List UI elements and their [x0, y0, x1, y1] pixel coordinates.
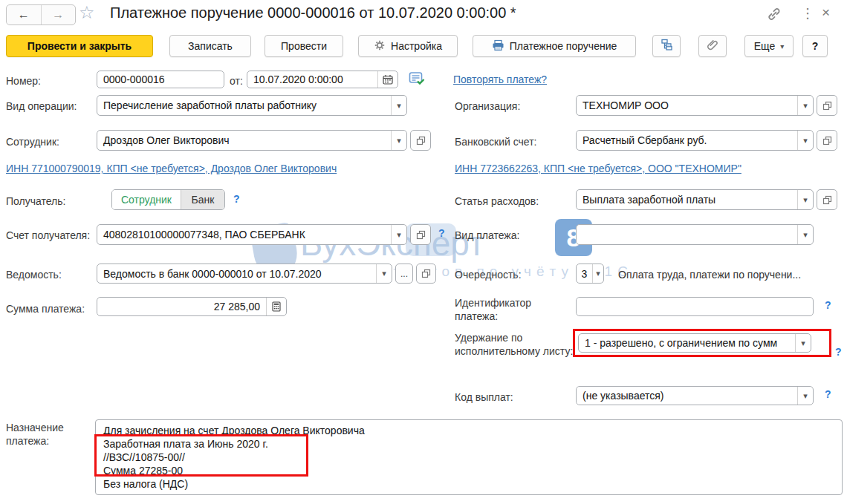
recipient-account-label: Счет получателя: [6, 229, 90, 242]
recipient-account-help-icon[interactable]: ? [438, 227, 445, 239]
repeat-payment-link[interactable]: Повторять платеж? [453, 73, 547, 85]
help-button[interactable]: ? [802, 35, 828, 57]
priority-value: 3 [577, 268, 592, 280]
purpose-line: Без налога (НДС) [103, 477, 834, 491]
employee-details-link[interactable]: ИНН 771000790019, КПП <не требуется>, Др… [6, 163, 337, 174]
recipient-account-value: 40802810100000077348, ПАО СБЕРБАНК [97, 229, 391, 240]
favorite-star-icon[interactable]: ☆ [79, 2, 95, 23]
purpose-line: Для зачисления на счет Дроздова Олега Ви… [103, 424, 834, 437]
amount-input[interactable]: 27 285,00 [97, 297, 287, 316]
back-arrow-icon[interactable]: ← [7, 5, 42, 24]
expense-item-label: Статья расходов: [455, 194, 539, 208]
organization-value: ТЕХНОМИР ООО [577, 99, 797, 111]
amount-label: Сумма платежа: [6, 302, 85, 315]
recipient-toggle: Сотрудник Банк [111, 189, 225, 210]
post-and-close-button[interactable]: Провести и закрыть [6, 35, 153, 57]
operation-type-select[interactable]: Перечисление заработной платы работнику … [97, 95, 407, 116]
organization-details-link[interactable]: ИНН 7723662263, КПП <не требуется>, ООО … [455, 163, 741, 174]
recipient-help-icon[interactable]: ? [233, 193, 240, 205]
more-actions-button[interactable]: Еще ▾ [744, 35, 794, 57]
number-label: Номер: [6, 74, 41, 88]
calculator-icon[interactable] [266, 298, 286, 315]
schedule-reminder-icon[interactable] [409, 71, 425, 88]
chevron-down-icon[interactable]: ▾ [391, 225, 406, 244]
payout-code-help-icon[interactable]: ? [825, 388, 831, 400]
priority-select[interactable]: 3 ▾ [576, 264, 604, 284]
post-button[interactable]: Провести [265, 35, 343, 57]
chevron-down-icon[interactable]: ▾ [797, 190, 813, 209]
organization-select[interactable]: ТЕХНОМИР ООО ▾ [576, 95, 814, 116]
employee-value: Дроздов Олег Викторович [97, 134, 391, 146]
forward-arrow-icon[interactable]: → [42, 5, 76, 24]
purpose-label: Назначение платежа: [6, 421, 88, 448]
chevron-down-icon[interactable]: ▾ [797, 131, 813, 150]
paperclip-icon [707, 39, 719, 53]
printer-icon [492, 39, 504, 53]
employee-open-button[interactable] [410, 130, 431, 151]
chevron-down-icon[interactable]: ▾ [592, 264, 603, 283]
recipient-label: Получатель: [6, 194, 65, 208]
purpose-line: Сумма 27285-00 [103, 464, 834, 477]
chevron-down-icon[interactable]: ▾ [391, 96, 406, 115]
writ-withholding-select[interactable]: 1 - разрешено, с ограничением по сумм ▾ [578, 333, 811, 353]
more-menu-dots-icon[interactable]: ⋮ [801, 5, 814, 22]
recipient-account-select[interactable]: 40802810100000077348, ПАО СБЕРБАНК ▾ [97, 224, 407, 245]
payout-code-select[interactable]: (не указывается) ▾ [576, 386, 814, 405]
writ-withholding-value: 1 - разрешено, с ограничением по сумм [579, 337, 795, 349]
chevron-down-icon[interactable]: ▾ [797, 96, 813, 115]
payment-order-window: БухЭксперт 8 база ответов по учёту в 1С … [0, 0, 847, 504]
statement-value: Ведомость в банк 0000-000010 от 10.07.20… [97, 268, 376, 280]
bank-account-open-button[interactable] [817, 130, 837, 151]
bank-account-value: Расчетный Сбербанк руб. [577, 134, 797, 146]
print-payment-order-label: Платежное поручение [510, 40, 617, 52]
operation-type-value: Перечисление заработной платы работнику [97, 99, 391, 111]
chevron-down-icon[interactable]: ▾ [797, 225, 813, 244]
payment-kind-label: Вид платежа: [455, 229, 519, 242]
statement-choose-button[interactable]: ... [395, 264, 413, 284]
statement-label: Ведомость: [6, 268, 62, 281]
chevron-down-icon: ▾ [780, 42, 784, 50]
statement-select[interactable]: Ведомость в банк 0000-000010 от 10.07.20… [97, 264, 392, 284]
statement-open-button[interactable] [416, 264, 436, 284]
payment-kind-select[interactable]: ▾ [576, 224, 814, 245]
organization-open-button[interactable] [817, 95, 837, 116]
purpose-line: Заработная плата за Июнь 2020 г. [103, 437, 834, 451]
payment-id-input[interactable] [576, 297, 814, 316]
payout-code-value: (не указывается) [577, 390, 797, 402]
chevron-down-icon[interactable]: ▾ [795, 334, 811, 352]
expense-item-value: Выплата заработной платы [577, 194, 797, 206]
settings-button-label: Настройка [391, 40, 442, 52]
bank-account-select[interactable]: Расчетный Сбербанк руб. ▾ [576, 130, 814, 151]
date-from-label: от: [230, 74, 243, 88]
employee-select[interactable]: Дроздов Олег Викторович ▾ [97, 130, 407, 151]
chevron-down-icon[interactable]: ▾ [391, 131, 406, 150]
print-payment-order-button[interactable]: Платежное поручение [473, 35, 636, 57]
calendar-icon[interactable] [377, 71, 397, 88]
recipient-option-employee[interactable]: Сотрудник [112, 190, 181, 209]
chevron-down-icon[interactable]: ▾ [797, 387, 813, 405]
page-title: Платежное поручение 0000-000016 от 10.07… [110, 4, 516, 22]
date-value: 10.07.2020 0:00:00 [247, 73, 377, 85]
close-icon[interactable]: × [822, 4, 830, 21]
operation-type-label: Вид операции: [6, 99, 77, 113]
expense-item-select[interactable]: Выплата заработной платы ▾ [576, 189, 814, 210]
save-button[interactable]: Записать [169, 35, 251, 57]
number-input[interactable]: 0000-000016 [97, 71, 224, 88]
date-input[interactable]: 10.07.2020 0:00:00 [247, 71, 398, 88]
settings-button[interactable]: Настройка [358, 35, 458, 57]
purpose-textarea[interactable]: Для зачисления на счет Дроздова Олега Ви… [95, 419, 843, 495]
attachments-button[interactable] [698, 35, 727, 57]
purpose-line: //ВЗС//10875-00// [103, 451, 834, 464]
recipient-account-open-button[interactable] [410, 224, 431, 245]
number-value: 0000-000016 [97, 73, 224, 85]
payout-code-label: Код выплат: [455, 390, 513, 404]
subordination-structure-button[interactable] [652, 35, 681, 57]
writ-withholding-help-icon[interactable]: ? [835, 346, 842, 358]
get-link-icon[interactable] [767, 7, 782, 24]
expense-item-open-button[interactable] [817, 189, 837, 210]
writ-withholding-label: Удержание по исполнительному листу: [455, 331, 574, 358]
chevron-down-icon[interactable]: ▾ [376, 264, 392, 283]
recipient-option-bank[interactable]: Банк [181, 190, 224, 209]
payment-id-help-icon[interactable]: ? [825, 299, 831, 311]
gear-icon [374, 39, 386, 53]
